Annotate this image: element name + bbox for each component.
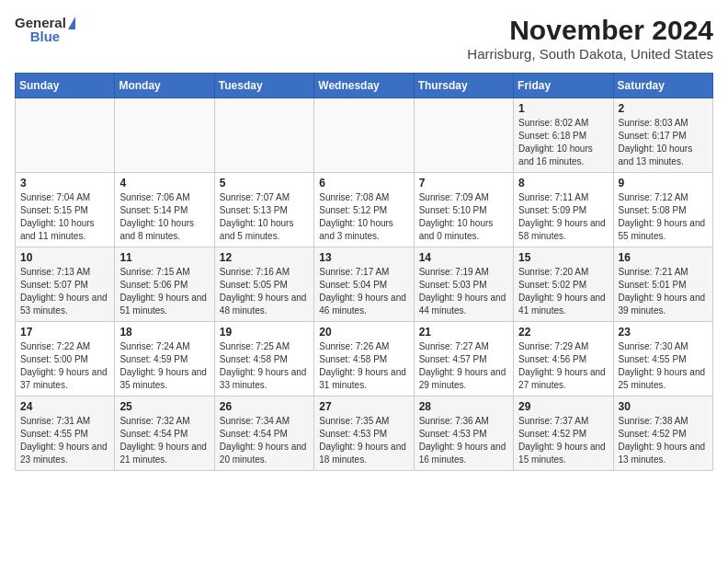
calendar-cell: 4Sunrise: 7:06 AM Sunset: 5:14 PM Daylig…	[115, 173, 214, 247]
calendar-cell: 23Sunrise: 7:30 AM Sunset: 4:55 PM Dayli…	[613, 322, 712, 396]
calendar-cell: 8Sunrise: 7:11 AM Sunset: 5:09 PM Daylig…	[514, 173, 613, 247]
calendar-cell: 5Sunrise: 7:07 AM Sunset: 5:13 PM Daylig…	[214, 173, 313, 247]
day-number: 2	[619, 102, 708, 115]
day-info: Sunrise: 8:02 AM Sunset: 6:18 PM Dayligh…	[518, 117, 608, 168]
day-info: Sunrise: 7:34 AM Sunset: 4:54 PM Dayligh…	[220, 415, 309, 466]
day-header-monday: Monday	[115, 74, 214, 98]
calendar-cell: 19Sunrise: 7:25 AM Sunset: 4:58 PM Dayli…	[214, 322, 313, 396]
day-info: Sunrise: 7:20 AM Sunset: 5:02 PM Dayligh…	[518, 266, 608, 317]
day-info: Sunrise: 7:24 AM Sunset: 4:59 PM Dayligh…	[119, 340, 209, 392]
day-number: 17	[20, 326, 109, 339]
calendar-cell: 17Sunrise: 7:22 AM Sunset: 5:00 PM Dayli…	[16, 322, 115, 396]
title-block: November 2024 Harrisburg, South Dakota, …	[467, 15, 713, 62]
day-header-sunday: Sunday	[16, 74, 115, 98]
calendar-week-row: 3Sunrise: 7:04 AM Sunset: 5:15 PM Daylig…	[16, 173, 713, 247]
day-info: Sunrise: 7:19 AM Sunset: 5:03 PM Dayligh…	[419, 266, 508, 317]
calendar-cell: 2Sunrise: 8:03 AM Sunset: 6:17 PM Daylig…	[613, 98, 712, 173]
calendar-cell: 1Sunrise: 8:02 AM Sunset: 6:18 PM Daylig…	[514, 98, 613, 173]
day-number: 6	[319, 177, 408, 190]
day-number: 8	[518, 177, 608, 190]
day-info: Sunrise: 7:27 AM Sunset: 4:57 PM Dayligh…	[419, 340, 508, 392]
day-info: Sunrise: 7:25 AM Sunset: 4:58 PM Dayligh…	[220, 340, 309, 392]
day-info: Sunrise: 8:03 AM Sunset: 6:17 PM Dayligh…	[619, 117, 708, 168]
day-number: 22	[518, 326, 608, 339]
day-info: Sunrise: 7:21 AM Sunset: 5:01 PM Dayligh…	[619, 266, 708, 317]
day-header-wednesday: Wednesday	[314, 74, 414, 98]
day-info: Sunrise: 7:09 AM Sunset: 5:10 PM Dayligh…	[419, 191, 508, 243]
location-subtitle: Harrisburg, South Dakota, United States	[467, 46, 713, 62]
day-number: 23	[619, 326, 708, 339]
day-number: 1	[518, 102, 608, 115]
day-info: Sunrise: 7:38 AM Sunset: 4:52 PM Dayligh…	[619, 415, 708, 466]
day-info: Sunrise: 7:37 AM Sunset: 4:52 PM Dayligh…	[518, 415, 608, 466]
calendar-cell: 16Sunrise: 7:21 AM Sunset: 5:01 PM Dayli…	[613, 247, 712, 322]
day-header-tuesday: Tuesday	[214, 74, 313, 98]
calendar-cell: 26Sunrise: 7:34 AM Sunset: 4:54 PM Dayli…	[214, 396, 313, 471]
calendar-week-row: 1Sunrise: 8:02 AM Sunset: 6:18 PM Daylig…	[16, 98, 713, 173]
day-info: Sunrise: 7:29 AM Sunset: 4:56 PM Dayligh…	[518, 340, 608, 392]
calendar-cell: 10Sunrise: 7:13 AM Sunset: 5:07 PM Dayli…	[16, 247, 115, 322]
calendar-cell: 3Sunrise: 7:04 AM Sunset: 5:15 PM Daylig…	[16, 173, 115, 247]
calendar-cell: 30Sunrise: 7:38 AM Sunset: 4:52 PM Dayli…	[613, 396, 712, 471]
day-number: 9	[619, 177, 708, 190]
day-info: Sunrise: 7:32 AM Sunset: 4:54 PM Dayligh…	[119, 415, 209, 466]
calendar-cell	[314, 98, 414, 173]
day-info: Sunrise: 7:22 AM Sunset: 5:00 PM Dayligh…	[20, 340, 109, 392]
calendar-cell	[214, 98, 313, 173]
calendar-cell: 11Sunrise: 7:15 AM Sunset: 5:06 PM Dayli…	[115, 247, 214, 322]
calendar-cell: 29Sunrise: 7:37 AM Sunset: 4:52 PM Dayli…	[514, 396, 613, 471]
day-number: 25	[119, 400, 209, 413]
calendar-cell: 21Sunrise: 7:27 AM Sunset: 4:57 PM Dayli…	[414, 322, 513, 396]
calendar-cell: 15Sunrise: 7:20 AM Sunset: 5:02 PM Dayli…	[514, 247, 613, 322]
day-number: 14	[419, 251, 508, 264]
day-info: Sunrise: 7:13 AM Sunset: 5:07 PM Dayligh…	[20, 266, 109, 317]
day-number: 26	[220, 400, 309, 413]
day-number: 4	[119, 177, 209, 190]
day-number: 21	[419, 326, 508, 339]
day-header-saturday: Saturday	[613, 74, 712, 98]
calendar-cell: 24Sunrise: 7:31 AM Sunset: 4:55 PM Dayli…	[16, 396, 115, 471]
calendar-cell: 14Sunrise: 7:19 AM Sunset: 5:03 PM Dayli…	[414, 247, 513, 322]
day-number: 29	[518, 400, 608, 413]
day-header-thursday: Thursday	[414, 74, 513, 98]
day-info: Sunrise: 7:16 AM Sunset: 5:05 PM Dayligh…	[220, 266, 309, 317]
day-number: 12	[220, 251, 309, 264]
calendar-cell	[414, 98, 513, 173]
calendar-week-row: 17Sunrise: 7:22 AM Sunset: 5:00 PM Dayli…	[16, 322, 713, 396]
day-info: Sunrise: 7:30 AM Sunset: 4:55 PM Dayligh…	[619, 340, 708, 392]
day-info: Sunrise: 7:26 AM Sunset: 4:58 PM Dayligh…	[319, 340, 408, 392]
day-number: 20	[319, 326, 408, 339]
day-number: 18	[119, 326, 209, 339]
calendar-week-row: 24Sunrise: 7:31 AM Sunset: 4:55 PM Dayli…	[16, 396, 713, 471]
day-info: Sunrise: 7:36 AM Sunset: 4:53 PM Dayligh…	[419, 415, 508, 466]
month-year-title: November 2024	[467, 15, 713, 46]
day-info: Sunrise: 7:04 AM Sunset: 5:15 PM Dayligh…	[20, 191, 109, 243]
calendar-cell: 28Sunrise: 7:36 AM Sunset: 4:53 PM Dayli…	[414, 396, 513, 471]
day-info: Sunrise: 7:35 AM Sunset: 4:53 PM Dayligh…	[319, 415, 408, 466]
day-header-friday: Friday	[514, 74, 613, 98]
day-number: 13	[319, 251, 408, 264]
calendar-cell: 22Sunrise: 7:29 AM Sunset: 4:56 PM Dayli…	[514, 322, 613, 396]
logo: General Blue	[15, 15, 75, 44]
day-number: 19	[220, 326, 309, 339]
calendar-cell: 18Sunrise: 7:24 AM Sunset: 4:59 PM Dayli…	[115, 322, 214, 396]
day-info: Sunrise: 7:06 AM Sunset: 5:14 PM Dayligh…	[119, 191, 209, 243]
day-number: 11	[119, 251, 209, 264]
calendar-cell	[115, 98, 214, 173]
day-number: 7	[419, 177, 508, 190]
day-number: 10	[20, 251, 109, 264]
calendar-cell: 13Sunrise: 7:17 AM Sunset: 5:04 PM Dayli…	[314, 247, 414, 322]
day-number: 15	[518, 251, 608, 264]
calendar-cell	[16, 98, 115, 173]
calendar-cell: 27Sunrise: 7:35 AM Sunset: 4:53 PM Dayli…	[314, 396, 414, 471]
day-info: Sunrise: 7:08 AM Sunset: 5:12 PM Dayligh…	[319, 191, 408, 243]
calendar-cell: 12Sunrise: 7:16 AM Sunset: 5:05 PM Dayli…	[214, 247, 313, 322]
day-number: 27	[319, 400, 408, 413]
day-number: 30	[619, 400, 708, 413]
day-info: Sunrise: 7:15 AM Sunset: 5:06 PM Dayligh…	[119, 266, 209, 317]
calendar-cell: 25Sunrise: 7:32 AM Sunset: 4:54 PM Dayli…	[115, 396, 214, 471]
day-number: 5	[220, 177, 309, 190]
calendar-cell: 20Sunrise: 7:26 AM Sunset: 4:58 PM Dayli…	[314, 322, 414, 396]
day-number: 24	[20, 400, 109, 413]
day-info: Sunrise: 7:31 AM Sunset: 4:55 PM Dayligh…	[20, 415, 109, 466]
